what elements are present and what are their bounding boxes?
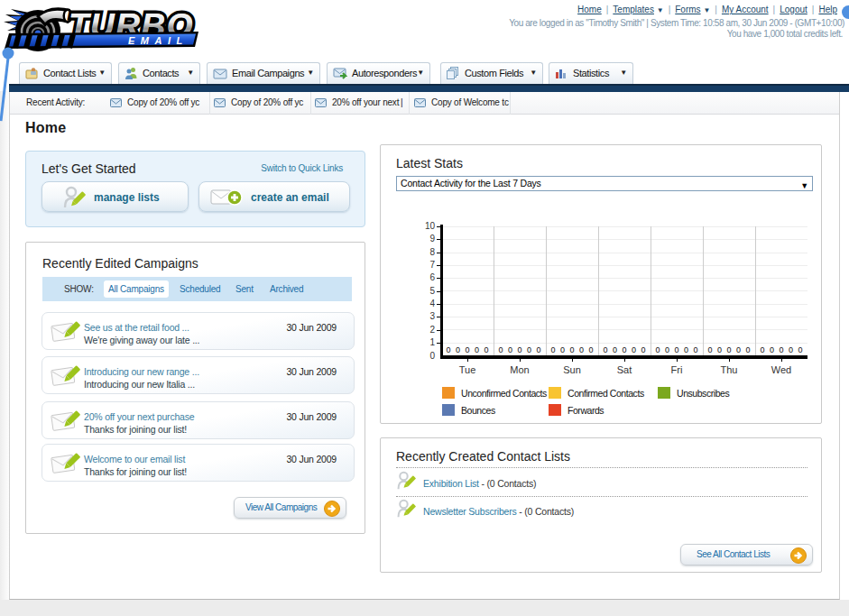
svg-text:EMAIL: EMAIL: [128, 35, 189, 46]
